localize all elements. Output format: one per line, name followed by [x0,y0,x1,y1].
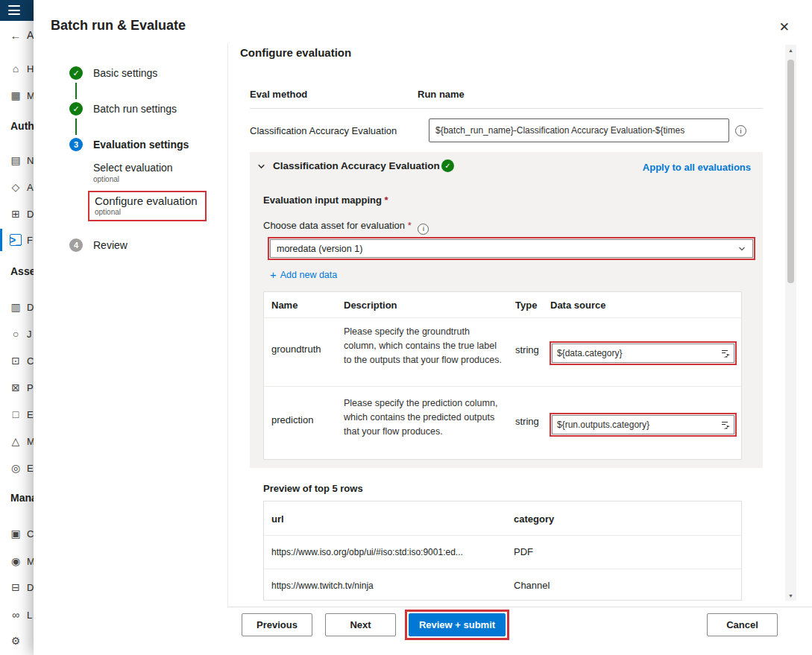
components-icon: ⊡ [10,355,22,367]
data-icon: ▥ [10,301,22,313]
run-name-column-header: Run name [418,89,465,100]
hamburger-menu-icon[interactable] [8,5,20,15]
sidebar-item-models[interactable]: △M [0,433,35,449]
stepper-step-evaluation-settings[interactable]: Evaluation settings [93,138,189,151]
sidebar-item-data-labeling[interactable]: ⊟D [0,579,34,595]
collapse-chevron-icon[interactable] [256,162,266,171]
sidebar-item-label: D [27,582,34,593]
preview-column-category: category [514,513,554,525]
preview-title: Preview of top 5 rows [263,483,363,494]
app-root: ← A ⌂H ▦M Auth ▤N ◇A ⊞D >_ F Asset ▥D ○J… [0,0,812,655]
sidebar-item-model-catalog[interactable]: ▦M [0,87,35,104]
sidebar-item-compute[interactable]: ▣C [0,525,34,542]
sidebar-item-linked-services[interactable]: ∞L [0,607,32,623]
table-divider [264,535,741,536]
scrollbar[interactable]: ▲ ▼ [785,45,796,601]
back-button[interactable]: ← A [0,27,34,43]
table-divider [264,569,741,569]
stepper-step-basic-settings[interactable]: Basic settings [93,66,157,80]
choose-asset-info-icon[interactable]: i [418,224,429,235]
run-name-input[interactable] [429,118,729,142]
next-button[interactable]: Next [325,613,396,636]
endpoints-icon: ◎ [10,462,22,474]
scroll-down-icon[interactable]: ▼ [785,590,796,601]
sidebar-item-label: E [27,409,34,420]
stepper-step-review[interactable]: Review [93,238,128,252]
dialog-title: Batch run & Evaluate [51,18,186,34]
stepper-substep-select-evaluation[interactable]: Select evaluation [93,161,173,174]
evaluation-section-title: Classification Accuracy Evaluation [273,160,440,171]
sidebar-item-label: N [27,155,34,166]
column-header-description: Description [344,300,397,311]
run-name-info-icon[interactable]: i [735,125,746,136]
notebooks-icon: ▤ [10,154,22,166]
configure-evaluation-label: Configure evaluation [95,194,198,208]
required-asterisk: * [408,220,412,231]
apply-to-all-link[interactable]: Apply to all evaluations [643,162,751,173]
gear-icon: ⚙ [10,635,22,647]
sidebar-item-notebooks[interactable]: ▤N [0,152,34,168]
active-indicator [0,229,2,251]
sidebar-item-monitoring[interactable]: ◉M [0,553,35,569]
prediction-source-input[interactable] [553,420,717,430]
sidebar-item-home[interactable]: ⌂H [0,60,34,77]
required-asterisk: * [385,194,388,206]
chevron-down-icon [737,244,746,253]
sidebar-item-label: H [27,63,34,75]
preview-cell-url: https://www.twitch.tv/ninja [271,580,374,591]
groundtruth-source-field[interactable] [552,344,734,363]
insert-data-icon[interactable] [717,420,734,431]
sidebar-item-components[interactable]: ⊡C [0,352,34,369]
input-mapping-text: Evaluation input mapping [263,194,382,206]
home-icon: ⌂ [10,63,22,75]
data-asset-dropdown[interactable]: moredata (version 1) [270,239,753,258]
sidebar-item-jobs[interactable]: ○J [0,326,32,342]
close-icon[interactable]: ✕ [779,19,790,35]
add-new-data-link[interactable]: + Add new data [270,270,337,280]
sidebar-item-label: A [27,182,34,193]
input-mapping-table: Name Description Type Data source ground… [263,291,742,460]
mapping-row-description: Please specify the prediction column, wh… [344,396,505,438]
sidebar-item-designer[interactable]: ⊞D [0,206,34,222]
review-submit-annotation-box: Review + submit [405,610,509,640]
prediction-source-field[interactable] [552,415,734,434]
preview-cell-url: https://www.iso.org/obp/ui/#iso:std:iso:… [271,547,463,557]
sidebar-item-label: C [27,355,34,367]
stepper-substep-configure-evaluation[interactable]: Configure evaluation optional [88,191,207,221]
preview-column-url: url [271,513,284,525]
prompt-flow-icon: >_ [10,234,22,246]
step-evaluation-settings-number: 3 [69,138,83,151]
back-label: A [27,29,34,41]
preview-cell-category: Channel [514,580,550,591]
scroll-up-icon[interactable]: ▲ [785,45,796,55]
sidebar-item-automated-ml[interactable]: ◇A [0,179,34,195]
stepper-step-batch-run-settings[interactable]: Batch run settings [93,102,177,116]
sidebar-item-prompt-flow[interactable]: >_ F [0,232,33,248]
page-title: Configure evaluation [240,46,351,59]
batch-run-evaluate-dialog: Batch run & Evaluate ✕ ✓ Basic settings … [34,0,812,655]
column-header-data-source: Data source [550,300,605,311]
preview-table: url category https://www.iso.org/obp/ui/… [263,501,742,601]
step-batch-run-settings-complete-icon: ✓ [69,102,83,116]
configure-evaluation-optional-label: optional [95,208,198,217]
input-mapping-label: Evaluation input mapping * [263,194,388,206]
sidebar-item-pipelines[interactable]: ⊠P [0,379,34,396]
sidebar-item-label: D [27,302,34,313]
sidebar-item-environments[interactable]: □E [0,406,34,423]
mapping-row-name: prediction [271,414,313,425]
scrollbar-thumb[interactable] [787,60,794,283]
sidebar-item-label: P [27,382,34,393]
groundtruth-source-input[interactable] [553,348,717,358]
sidebar-item-data[interactable]: ▥D [0,299,34,315]
insert-data-icon[interactable] [717,348,734,359]
back-arrow-icon: ← [10,29,22,41]
previous-button[interactable]: Previous [242,613,312,636]
data-labeling-icon: ⊟ [10,581,22,593]
sidebar-item-settings[interactable]: ⚙ [0,633,27,649]
cancel-button[interactable]: Cancel [707,613,778,636]
environments-icon: □ [10,408,22,420]
mapping-row-type: string [515,344,539,355]
sidebar-item-label: C [27,528,34,539]
review-submit-button[interactable]: Review + submit [409,613,506,636]
sidebar-item-endpoints[interactable]: ◎E [0,460,34,476]
